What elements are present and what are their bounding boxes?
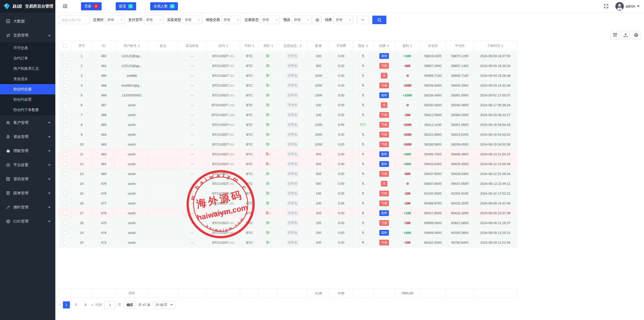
preset-button[interactable]: 无 — [359, 161, 367, 167]
row-checkbox[interactable] — [63, 201, 67, 205]
preset-button[interactable]: 无 — [359, 191, 367, 196]
sort-icon[interactable] — [366, 44, 368, 47]
export-button[interactable] — [621, 31, 630, 39]
row-checkbox[interactable] — [63, 93, 67, 97]
col-header-account[interactable]: 用户账号 — [115, 41, 148, 51]
prev-page-button[interactable]: ‹ — [59, 301, 60, 308]
preset-button[interactable]: 无 — [359, 210, 367, 216]
filter-select-结果[interactable]: 所有 — [334, 16, 353, 24]
row-checkbox[interactable] — [63, 133, 67, 136]
page-size-select[interactable]: 20 条/页 — [153, 301, 176, 309]
sort-icon[interactable] — [300, 44, 302, 47]
preset-button[interactable]: 无 — [359, 220, 367, 226]
page-button-1[interactable]: 1 — [63, 301, 70, 308]
sidebar-subitem-秒合约设置[interactable]: 秒合约设置 — [0, 94, 55, 105]
preset-button[interactable]: 无 — [359, 92, 367, 98]
sidebar-item-交易管理[interactable]: 交易管理 — [0, 28, 55, 42]
row-checkbox[interactable] — [63, 84, 67, 87]
preset-button[interactable]: 无 — [359, 200, 367, 206]
preset-button[interactable]: 无 — [359, 171, 367, 177]
row-checkbox[interactable] — [63, 231, 67, 235]
sort-icon[interactable] — [501, 44, 503, 47]
col-header-contract[interactable]: 合约 — [207, 41, 240, 51]
expand-filters-button[interactable] — [357, 16, 369, 24]
filter-select-保险交易[interactable]: 所有 — [221, 16, 241, 24]
sort-icon[interactable] — [252, 44, 254, 47]
preset-settings-button[interactable] — [313, 16, 321, 24]
print-button[interactable] — [632, 31, 640, 39]
page-button-2[interactable]: 2 — [72, 301, 79, 308]
stat-button-在线人数[interactable]: 在线人数0 — [150, 2, 178, 10]
filter-select-交易对[interactable]: 所有 — [105, 16, 125, 24]
sidebar-item-跟单管理[interactable]: 跟单管理 — [0, 186, 55, 200]
user-id-input[interactable] — [59, 16, 90, 24]
next-page-button[interactable]: › — [92, 301, 93, 308]
search-button[interactable] — [372, 16, 386, 24]
jump-confirm-button[interactable]: 确定 — [124, 301, 136, 309]
row-checkbox[interactable] — [63, 241, 67, 244]
sidebar-item-理财管理[interactable]: 理财管理 — [0, 144, 55, 158]
preset-button[interactable]: 无 — [359, 73, 367, 79]
sidebar-subitem-资金流水[interactable]: 资金流水 — [0, 74, 55, 84]
row-checkbox[interactable] — [63, 74, 67, 78]
sidebar-item-平台设置[interactable]: 平台设置 — [0, 158, 55, 172]
col-header-profit[interactable]: 盈利 — [395, 41, 419, 51]
filter-select-预设[interactable]: 所有 — [292, 16, 311, 24]
row-checkbox[interactable] — [63, 182, 67, 186]
row-checkbox[interactable] — [63, 211, 67, 215]
preset-button[interactable]: 无 — [359, 112, 367, 118]
preset-button[interactable]: 无 — [359, 230, 367, 236]
preset-button[interactable]: 无 — [359, 102, 367, 108]
sidebar-subitem-用户风险率汇总[interactable]: 用户风险率汇总 — [0, 63, 55, 74]
page-button-3[interactable]: 3 — [82, 301, 89, 308]
sidebar-item-C2C管理[interactable]: C2C管理 — [0, 214, 55, 228]
menu-collapse-icon[interactable] — [62, 4, 68, 9]
preset-button[interactable]: 无 — [359, 240, 367, 245]
columns-button[interactable] — [611, 31, 619, 39]
row-checkbox[interactable] — [63, 54, 67, 58]
fullscreen-icon[interactable] — [603, 4, 609, 9]
stat-button-提现[interactable]: 提现1 — [116, 2, 136, 10]
row-checkbox[interactable] — [63, 152, 67, 156]
filter-select-买卖类型[interactable]: 所有 — [183, 16, 202, 24]
sidebar-item-插针管理[interactable]: 插针管理 — [0, 200, 55, 214]
sort-icon[interactable] — [387, 44, 389, 47]
sidebar-subitem-秒合约下单数量[interactable]: 秒合约下单数量 — [0, 105, 55, 115]
preset-button[interactable]: 无 — [359, 181, 367, 187]
preset-button[interactable]: 无 — [359, 151, 367, 157]
sort-icon[interactable] — [138, 44, 140, 47]
sidebar-subitem-币币交易[interactable]: 币币交易 — [0, 43, 55, 53]
col-header-coin[interactable]: 币种 — [240, 41, 259, 51]
stat-button-充值[interactable]: 充值3 — [81, 2, 102, 10]
col-header-status[interactable]: 交易状态.. — [278, 41, 308, 51]
preset-button[interactable]: 盈利 — [360, 123, 366, 126]
row-checkbox[interactable] — [63, 143, 67, 146]
logo[interactable]: BiB 交易所后台管理 — [0, 0, 55, 13]
row-checkbox[interactable] — [63, 162, 67, 166]
col-header-result[interactable]: 结果 — [373, 41, 395, 51]
sidebar-item-资讯管理[interactable]: 资讯管理 — [0, 172, 55, 186]
sort-icon[interactable] — [226, 44, 228, 47]
sidebar-item-客户管理[interactable]: 客户管理 — [0, 116, 55, 130]
row-checkbox[interactable] — [63, 103, 67, 107]
row-checkbox[interactable] — [63, 221, 67, 225]
row-checkbox[interactable] — [63, 123, 67, 127]
row-checkbox[interactable] — [63, 113, 67, 117]
sidebar-subitem-合约订单[interactable]: 合约订单 — [0, 53, 55, 63]
preset-button[interactable]: 无 — [359, 83, 367, 88]
preset-button[interactable]: 无 — [359, 63, 367, 69]
sort-icon[interactable] — [271, 44, 273, 47]
col-header-preset[interactable]: 预设 — [353, 41, 373, 51]
sort-icon[interactable] — [410, 44, 412, 47]
sidebar-item-大数据[interactable]: 大数据 — [0, 14, 55, 28]
user-menu[interactable]: admin — [615, 2, 639, 11]
col-header-time[interactable]: 下单时间 — [473, 41, 517, 51]
sidebar-item-资金管理[interactable]: 资金管理 — [0, 130, 55, 144]
filter-select-交易状态[interactable]: 所有 — [260, 16, 280, 24]
col-header-type[interactable]: 类型 — [259, 41, 278, 51]
jump-page-input[interactable] — [104, 301, 115, 309]
row-checkbox[interactable] — [63, 172, 67, 176]
row-checkbox[interactable] — [63, 64, 67, 68]
select-all-checkbox[interactable] — [63, 44, 67, 48]
preset-button[interactable]: 无 — [359, 53, 367, 59]
